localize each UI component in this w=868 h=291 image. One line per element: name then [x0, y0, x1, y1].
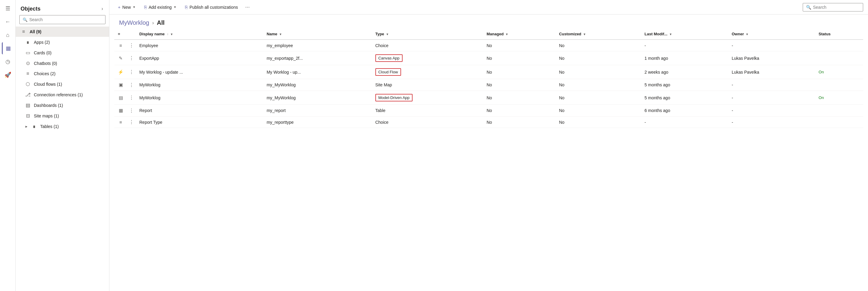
publish-button[interactable]: ⎘ Publish all customizations [181, 3, 242, 11]
col-managed[interactable]: Managed ▼ [483, 29, 556, 40]
cell-owner: - [728, 40, 815, 51]
row-type-icon: ≡ [114, 116, 127, 128]
cell-type: Choice [372, 116, 483, 128]
row-menu-button[interactable]: ⋮ [127, 116, 136, 128]
sidebar-item-label: Cards (0) [34, 50, 51, 55]
cell-display-name: My Worklog - update ... [136, 65, 263, 79]
choices-icon: ≡ [25, 71, 31, 76]
objects-table: ≡ Display name ↑ ▼ Name ▼ Type ▼ [114, 29, 863, 128]
sidebar-item-choices[interactable]: ≡ Choices (2) [16, 69, 109, 79]
col-customized[interactable]: Customized ▼ [556, 29, 641, 40]
sidebar-search-box[interactable]: 🔍 [19, 15, 105, 24]
breadcrumb-parent[interactable]: MyWorklog [119, 19, 149, 26]
row-type-icon: ✎ [114, 51, 127, 65]
sidebar-item-chatbots[interactable]: ⊙ Chatbots (0) [16, 58, 109, 69]
table-row[interactable]: ▣⋮MyWorklogmy_MyWorklogSite MapNoNo5 mon… [114, 79, 863, 91]
history-icon[interactable]: ◷ [2, 56, 14, 68]
connrefs-icon: ⎇ [25, 92, 31, 98]
cell-type: Model-Driven App [372, 91, 483, 105]
row-menu-button[interactable]: ⋮ [127, 65, 136, 79]
sidebar-item-cards[interactable]: ▭ Cards (0) [16, 47, 109, 58]
col-owner[interactable]: Owner ▼ [728, 29, 815, 40]
new-label: New [122, 5, 131, 10]
cell-last-modified: 1 month ago [641, 51, 728, 65]
main-content: + New ▼ ⎘ Add existing ▼ ⎘ Publish all c… [110, 0, 868, 291]
cell-customized: No [556, 79, 641, 91]
sidebar-item-label: Connection references (1) [34, 93, 83, 97]
cell-display-name: Report Type [136, 116, 263, 128]
new-button[interactable]: + New ▼ [114, 3, 139, 11]
col-display-name[interactable]: Display name ↑ ▼ [136, 29, 263, 40]
cell-owner: Lukas Pavelka [728, 65, 815, 79]
row-menu-button[interactable]: ⋮ [127, 79, 136, 91]
cell-display-name: ExportApp [136, 51, 263, 65]
col-type[interactable]: Type ▼ [372, 29, 483, 40]
hamburger-icon[interactable]: ☰ [2, 2, 14, 14]
add-existing-icon: ⎘ [144, 4, 147, 10]
cell-managed: No [483, 116, 556, 128]
col-name[interactable]: Name ▼ [263, 29, 372, 40]
sidebar-item-cloudflows[interactable]: ⬡ Cloud flows (1) [16, 79, 109, 89]
row-menu-button[interactable]: ⋮ [127, 51, 136, 65]
sidebar-item-label: Choices (2) [34, 71, 56, 76]
cell-name: my_MyWorklog [263, 91, 372, 105]
chatbots-icon: ⊙ [25, 60, 31, 66]
cloudflows-icon: ⬡ [25, 81, 31, 87]
more-options-button[interactable]: ··· [243, 3, 252, 11]
tables-icon: ∎ [31, 123, 37, 129]
add-existing-label: Add existing [149, 5, 172, 10]
cell-name: my_employee [263, 40, 372, 51]
table-row[interactable]: ≡⋮Report Typemy_reporttypeChoiceNoNo-- [114, 116, 863, 128]
back-icon[interactable]: ← [2, 16, 14, 28]
sidebar-item-label: Apps (2) [34, 40, 50, 45]
sort-asc-icon: ↑ [167, 33, 168, 36]
apps-icon[interactable]: 🚀 [2, 69, 14, 81]
expand-icon: ► [25, 125, 28, 128]
home-icon[interactable]: ⌂ [2, 29, 14, 41]
toolbar-search-box[interactable]: 🔍 [803, 3, 863, 11]
sidebar-item-label: Chatbots (0) [34, 61, 57, 66]
toolbar-search-input[interactable] [813, 5, 855, 10]
table-row[interactable]: ⚡⋮My Worklog - update ...My Worklog - up… [114, 65, 863, 79]
sidebar-title: Objects [21, 6, 40, 12]
table-body: ≡⋮Employeemy_employeeChoiceNoNo--✎⋮Expor… [114, 40, 863, 128]
cell-last-modified: - [641, 40, 728, 51]
sidebar-search-input[interactable] [29, 17, 102, 22]
sidebar-header: Objects › [16, 0, 109, 15]
sidebar-item-sitemaps[interactable]: ⊟ Site maps (1) [16, 110, 109, 121]
table-row[interactable]: ✎⋮ExportAppmy_exportapp_2f...Canvas AppN… [114, 51, 863, 65]
filter-icon: ▼ [170, 33, 173, 36]
type-badge: Canvas App [375, 54, 403, 62]
sidebar-item-dashboards[interactable]: ▤ Dashboards (1) [16, 100, 109, 110]
row-menu-button[interactable]: ⋮ [127, 105, 136, 116]
objects-icon[interactable]: ▦ [2, 42, 14, 54]
sidebar-item-apps[interactable]: ∎ Apps (2) [16, 37, 109, 47]
table-row[interactable]: ▤⋮MyWorklogmy_MyWorklogModel-Driven AppN… [114, 91, 863, 105]
cell-display-name: Employee [136, 40, 263, 51]
cell-status [815, 116, 863, 128]
toolbar-search-icon: 🔍 [806, 5, 811, 10]
filter-icon: ▼ [583, 33, 586, 36]
cell-last-modified: 5 months ago [641, 91, 728, 105]
sidebar-item-tables[interactable]: ► ∎ Tables (1) [16, 121, 109, 132]
add-existing-button[interactable]: ⎘ Add existing ▼ [141, 3, 180, 11]
cell-status [815, 79, 863, 91]
table-row[interactable]: ▦⋮Reportmy_reportTableNoNo6 months ago- [114, 105, 863, 116]
cell-display-name: Report [136, 105, 263, 116]
sidebar-item-label: Tables (1) [40, 124, 59, 129]
sidebar-item-label: Site maps (1) [34, 113, 59, 118]
col-last-modified[interactable]: Last Modif... ▼ [641, 29, 728, 40]
table-row[interactable]: ≡⋮Employeemy_employeeChoiceNoNo-- [114, 40, 863, 51]
row-menu-button[interactable]: ⋮ [127, 40, 136, 51]
sidebar-close-button[interactable]: › [100, 5, 104, 13]
row-type-icon: ⚡ [114, 65, 127, 79]
cell-status [815, 40, 863, 51]
cell-customized: No [556, 40, 641, 51]
sidebar-item-all[interactable]: ≡ All (9) [16, 27, 109, 37]
cell-managed: No [483, 51, 556, 65]
sidebar-item-connrefs[interactable]: ⎇ Connection references (1) [16, 89, 109, 100]
row-menu-button[interactable]: ⋮ [127, 91, 136, 105]
apps-nav-icon: ∎ [25, 39, 31, 45]
filter-icon: ▼ [386, 33, 389, 36]
publish-label: Publish all customizations [189, 5, 238, 10]
